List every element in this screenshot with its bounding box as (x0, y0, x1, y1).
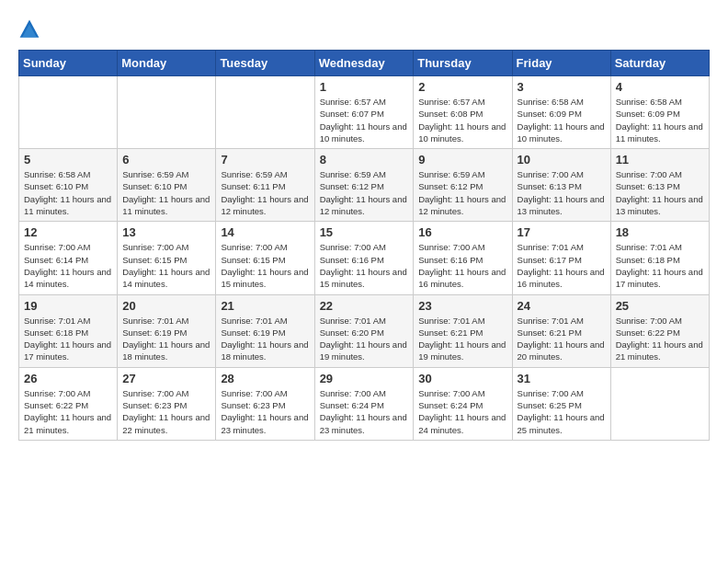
cell-info: Sunrise: 6:59 AM Sunset: 6:12 PM Dayligh… (418, 168, 506, 217)
calendar-week-row: 5Sunrise: 6:58 AM Sunset: 6:10 PM Daylig… (19, 149, 710, 222)
calendar-cell: 1Sunrise: 6:57 AM Sunset: 6:07 PM Daylig… (314, 76, 414, 149)
calendar-day-header: Wednesday (314, 51, 414, 76)
cell-info: Sunrise: 7:00 AM Sunset: 6:13 PM Dayligh… (616, 168, 704, 217)
logo (18, 18, 44, 40)
calendar-cell: 7Sunrise: 6:59 AM Sunset: 6:11 PM Daylig… (216, 149, 314, 222)
calendar-cell: 15Sunrise: 7:00 AM Sunset: 6:16 PM Dayli… (314, 222, 414, 294)
calendar-cell: 12Sunrise: 7:00 AM Sunset: 6:14 PM Dayli… (19, 222, 118, 294)
calendar-cell: 4Sunrise: 6:58 AM Sunset: 6:09 PM Daylig… (610, 76, 709, 149)
calendar-cell: 29Sunrise: 7:00 AM Sunset: 6:24 PM Dayli… (314, 367, 414, 440)
calendar-cell: 30Sunrise: 7:00 AM Sunset: 6:24 PM Dayli… (414, 367, 512, 440)
calendar-cell: 5Sunrise: 6:58 AM Sunset: 6:10 PM Daylig… (19, 149, 118, 222)
calendar-cell: 27Sunrise: 7:00 AM Sunset: 6:23 PM Dayli… (118, 367, 216, 440)
cell-info: Sunrise: 7:00 AM Sunset: 6:14 PM Dayligh… (24, 241, 112, 290)
cell-info: Sunrise: 6:59 AM Sunset: 6:11 PM Dayligh… (221, 168, 309, 217)
calendar-cell (216, 76, 314, 149)
calendar-cell (118, 76, 216, 149)
calendar-day-header: Friday (512, 51, 610, 76)
day-number: 11 (616, 153, 704, 167)
day-number: 25 (616, 299, 704, 313)
calendar-cell: 19Sunrise: 7:01 AM Sunset: 6:18 PM Dayli… (19, 294, 118, 367)
page-header (18, 18, 710, 40)
cell-info: Sunrise: 6:59 AM Sunset: 6:12 PM Dayligh… (320, 168, 409, 217)
cell-info: Sunrise: 7:00 AM Sunset: 6:22 PM Dayligh… (24, 387, 112, 436)
cell-info: Sunrise: 7:00 AM Sunset: 6:24 PM Dayligh… (418, 387, 506, 436)
cell-info: Sunrise: 7:01 AM Sunset: 6:20 PM Dayligh… (320, 315, 409, 363)
calendar-cell: 14Sunrise: 7:00 AM Sunset: 6:15 PM Dayli… (216, 222, 314, 294)
day-number: 24 (518, 299, 606, 313)
cell-info: Sunrise: 7:01 AM Sunset: 6:18 PM Dayligh… (24, 315, 112, 363)
cell-info: Sunrise: 7:00 AM Sunset: 6:24 PM Dayligh… (320, 387, 409, 436)
day-number: 4 (616, 80, 704, 94)
cell-info: Sunrise: 7:01 AM Sunset: 6:19 PM Dayligh… (221, 315, 309, 363)
day-number: 31 (518, 372, 606, 385)
day-number: 29 (320, 372, 409, 385)
day-number: 14 (221, 225, 309, 239)
day-number: 21 (221, 299, 309, 313)
cell-info: Sunrise: 6:58 AM Sunset: 6:10 PM Dayligh… (24, 168, 112, 217)
day-number: 18 (616, 225, 704, 239)
calendar-cell: 10Sunrise: 7:00 AM Sunset: 6:13 PM Dayli… (512, 149, 610, 222)
day-number: 30 (418, 372, 506, 385)
day-number: 8 (320, 153, 409, 167)
calendar-day-header: Monday (118, 51, 216, 76)
cell-info: Sunrise: 6:57 AM Sunset: 6:07 PM Dayligh… (320, 96, 409, 144)
calendar-cell: 18Sunrise: 7:01 AM Sunset: 6:18 PM Dayli… (610, 222, 709, 294)
day-number: 3 (518, 80, 606, 94)
calendar-cell: 6Sunrise: 6:59 AM Sunset: 6:10 PM Daylig… (118, 149, 216, 222)
calendar-cell: 13Sunrise: 7:00 AM Sunset: 6:15 PM Dayli… (118, 222, 216, 294)
cell-info: Sunrise: 7:00 AM Sunset: 6:13 PM Dayligh… (518, 168, 606, 217)
calendar-cell (19, 76, 118, 149)
day-number: 12 (24, 225, 112, 239)
day-number: 10 (518, 153, 606, 167)
calendar-week-row: 12Sunrise: 7:00 AM Sunset: 6:14 PM Dayli… (19, 222, 710, 294)
cell-info: Sunrise: 7:00 AM Sunset: 6:22 PM Dayligh… (616, 315, 704, 363)
cell-info: Sunrise: 7:00 AM Sunset: 6:23 PM Dayligh… (122, 387, 210, 436)
day-number: 27 (122, 372, 210, 385)
calendar-cell: 3Sunrise: 6:58 AM Sunset: 6:09 PM Daylig… (512, 76, 610, 149)
calendar-header-row: SundayMondayTuesdayWednesdayThursdayFrid… (19, 51, 710, 76)
calendar-cell: 26Sunrise: 7:00 AM Sunset: 6:22 PM Dayli… (19, 367, 118, 440)
calendar-cell: 28Sunrise: 7:00 AM Sunset: 6:23 PM Dayli… (216, 367, 314, 440)
logo-icon (18, 18, 40, 40)
calendar-day-header: Sunday (19, 51, 118, 76)
day-number: 23 (418, 299, 506, 313)
calendar-week-row: 26Sunrise: 7:00 AM Sunset: 6:22 PM Dayli… (19, 367, 710, 440)
day-number: 13 (122, 225, 210, 239)
calendar-cell: 8Sunrise: 6:59 AM Sunset: 6:12 PM Daylig… (314, 149, 414, 222)
calendar-cell: 24Sunrise: 7:01 AM Sunset: 6:21 PM Dayli… (512, 294, 610, 367)
cell-info: Sunrise: 7:00 AM Sunset: 6:16 PM Dayligh… (418, 241, 506, 290)
cell-info: Sunrise: 7:00 AM Sunset: 6:15 PM Dayligh… (221, 241, 309, 290)
calendar-day-header: Thursday (414, 51, 512, 76)
day-number: 26 (24, 372, 112, 385)
cell-info: Sunrise: 6:59 AM Sunset: 6:10 PM Dayligh… (122, 168, 210, 217)
day-number: 7 (221, 153, 309, 167)
calendar-cell: 16Sunrise: 7:00 AM Sunset: 6:16 PM Dayli… (414, 222, 512, 294)
calendar-week-row: 19Sunrise: 7:01 AM Sunset: 6:18 PM Dayli… (19, 294, 710, 367)
calendar-cell: 21Sunrise: 7:01 AM Sunset: 6:19 PM Dayli… (216, 294, 314, 367)
cell-info: Sunrise: 6:57 AM Sunset: 6:08 PM Dayligh… (418, 96, 506, 144)
calendar-week-row: 1Sunrise: 6:57 AM Sunset: 6:07 PM Daylig… (19, 76, 710, 149)
day-number: 1 (320, 80, 409, 94)
calendar-cell: 20Sunrise: 7:01 AM Sunset: 6:19 PM Dayli… (118, 294, 216, 367)
day-number: 15 (320, 225, 409, 239)
cell-info: Sunrise: 6:58 AM Sunset: 6:09 PM Dayligh… (518, 96, 606, 144)
calendar-day-header: Tuesday (216, 51, 314, 76)
calendar-table: SundayMondayTuesdayWednesdayThursdayFrid… (18, 50, 710, 441)
cell-info: Sunrise: 7:00 AM Sunset: 6:25 PM Dayligh… (518, 387, 606, 436)
calendar-cell: 9Sunrise: 6:59 AM Sunset: 6:12 PM Daylig… (414, 149, 512, 222)
cell-info: Sunrise: 7:01 AM Sunset: 6:21 PM Dayligh… (418, 315, 506, 363)
calendar-cell: 17Sunrise: 7:01 AM Sunset: 6:17 PM Dayli… (512, 222, 610, 294)
calendar-day-header: Saturday (610, 51, 709, 76)
day-number: 28 (221, 372, 309, 385)
cell-info: Sunrise: 7:01 AM Sunset: 6:17 PM Dayligh… (518, 241, 606, 290)
calendar-cell: 31Sunrise: 7:00 AM Sunset: 6:25 PM Dayli… (512, 367, 610, 440)
calendar-cell: 11Sunrise: 7:00 AM Sunset: 6:13 PM Dayli… (610, 149, 709, 222)
calendar-cell: 22Sunrise: 7:01 AM Sunset: 6:20 PM Dayli… (314, 294, 414, 367)
day-number: 2 (418, 80, 506, 94)
cell-info: Sunrise: 7:01 AM Sunset: 6:18 PM Dayligh… (616, 241, 704, 290)
day-number: 5 (24, 153, 112, 167)
day-number: 9 (418, 153, 506, 167)
cell-info: Sunrise: 7:00 AM Sunset: 6:16 PM Dayligh… (320, 241, 409, 290)
day-number: 16 (418, 225, 506, 239)
